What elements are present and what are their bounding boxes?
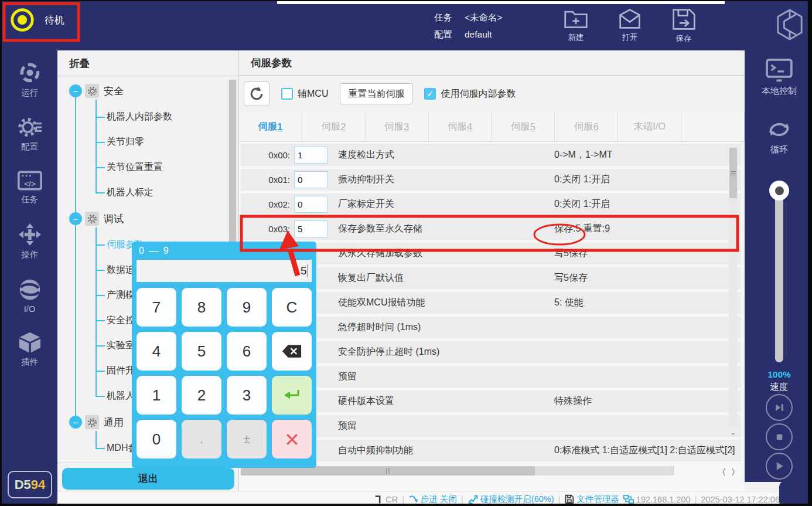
tab-servo-7[interactable]: 末端I/O (618, 112, 681, 141)
exit-button[interactable]: 退出 (62, 468, 234, 490)
sidebar-item-plugin[interactable]: 插件 (18, 331, 42, 368)
aux-mcu-checkbox[interactable]: 辅MCU (281, 88, 328, 100)
sidebar-item-run[interactable]: 运行 (18, 61, 42, 99)
sidebar-item-io[interactable]: I/O (18, 278, 42, 314)
sidebar-item-label: 插件 (21, 356, 38, 368)
keypad-key-2[interactable]: 2 (182, 376, 221, 415)
speed-slider-knob[interactable] (769, 181, 789, 201)
keypad-key-1[interactable]: 1 (137, 376, 176, 415)
badge-part2: 94 (31, 477, 45, 493)
keypad-key-8[interactable]: 8 (182, 288, 221, 327)
new-button[interactable]: 新建 (558, 8, 593, 44)
param-value-input[interactable] (294, 147, 327, 164)
sidebar-item-task[interactable]: </> 任务 (18, 170, 42, 205)
checkbox-unchecked-icon[interactable] (281, 88, 293, 100)
open-label: 打开 (622, 32, 638, 43)
keypad-input[interactable]: 5 (137, 260, 312, 282)
param-name: 使能双MCU报错功能 (338, 297, 425, 309)
keypad-key-0[interactable]: 0 (137, 420, 176, 459)
collapse-minus-icon[interactable]: − (69, 416, 82, 429)
page-title: 伺服参数 (239, 50, 745, 76)
reset-current-servo-button[interactable]: 重置当前伺服 (340, 83, 412, 104)
tab-servo-1[interactable]: 伺服1 (239, 112, 302, 141)
checkbox-checked-icon[interactable]: ✓ (424, 88, 436, 100)
tree-children: 机器人内部参数关节归零关节位置重置机器人标定 (95, 104, 238, 205)
tree-item[interactable]: 关节归零 (95, 130, 238, 155)
stop-button[interactable] (766, 423, 793, 450)
param-row: 0x02: 厂家标定开关 0:关闭 1:开启 (241, 193, 741, 215)
sidebar-item-config[interactable]: 配置 (17, 116, 43, 152)
keypad-key-3[interactable]: 3 (227, 376, 267, 415)
robot-state-button[interactable]: 待机 (9, 6, 64, 33)
backspace-key[interactable] (272, 332, 312, 371)
loop-icon (766, 118, 792, 141)
sidebar-item-jog[interactable]: 操作 (18, 223, 42, 260)
tree-header[interactable]: 折叠 (57, 50, 238, 76)
tree-item[interactable]: 机器人标定 (95, 180, 238, 205)
collision-detect-toggle[interactable]: 碰撞检测开启(60%) (468, 494, 554, 505)
config-value: default (465, 29, 492, 39)
open-button[interactable]: 打开 (612, 8, 647, 44)
tree-item[interactable]: 机器人内部参数 (95, 104, 238, 130)
network-icon (623, 494, 634, 504)
task-label: 任务 (434, 9, 459, 26)
param-name: 自动中频抑制功能 (338, 444, 413, 457)
step-to-end-button[interactable] (766, 394, 793, 421)
scroll-down-arrow[interactable]: ⌄ (729, 444, 738, 456)
use-internal-params-checkbox[interactable]: ✓ 使用伺服内部参数 (424, 88, 516, 100)
topbar-actions: 新建 打开 保存 (558, 8, 701, 44)
tree-item[interactable]: 关节位置重置 (95, 155, 238, 180)
param-value-input[interactable] (294, 196, 327, 213)
tree-item-label: 机器人内部参数 (107, 111, 172, 123)
screen-artifact (277, 1, 725, 4)
tab-label: 伺服 (258, 120, 277, 133)
scroll-left-arrow[interactable]: 〈 (718, 467, 726, 478)
param-value-input[interactable] (294, 171, 327, 188)
enter-key[interactable] (272, 376, 312, 415)
local-control-button[interactable]: 本地控制 (745, 59, 812, 97)
param-desc: 0:关闭 1:开启 (554, 198, 610, 210)
tree-node[interactable]: − 安全 (57, 77, 238, 104)
close-key[interactable] (272, 420, 312, 459)
tree-item-label: 关节位置重置 (107, 161, 163, 174)
save-button[interactable]: 保存 (666, 8, 701, 44)
tab-servo-4[interactable]: 伺服4 (429, 112, 492, 141)
collapse-minus-icon[interactable]: − (69, 212, 82, 225)
file-manager-button[interactable]: 文件管理器 (564, 494, 619, 505)
tab-servo-3[interactable]: 伺服3 (366, 112, 429, 141)
tree-item-label: 安全控 (107, 314, 135, 327)
tab-accel: 4 (467, 121, 472, 133)
scroll-right-arrow[interactable]: 〉 (731, 467, 739, 478)
play-button[interactable] (766, 453, 793, 480)
keypad-key-9[interactable]: 9 (227, 288, 267, 327)
tab-accel: 1 (277, 121, 282, 133)
param-row: 0x00: 速度检出方式 0->M，1->MT (241, 144, 741, 166)
refresh-button[interactable] (244, 81, 269, 106)
enter-icon (283, 388, 301, 403)
tree-node[interactable]: − 调试 (57, 205, 238, 232)
scroll-up-arrow[interactable]: ⌃ (729, 430, 738, 442)
tree-item-label: 产测模 (107, 289, 135, 301)
keypad-key-6[interactable]: 6 (227, 332, 267, 371)
step-mode-toggle[interactable]: 步进 关闭 (408, 494, 457, 505)
tab-servo-2[interactable]: 伺服2 (302, 112, 366, 141)
speed-slider-track[interactable] (775, 191, 783, 362)
param-address: 0x03: (241, 224, 290, 234)
datetime: 2025-03-12 17:22:06 (701, 495, 780, 504)
collapse-minus-icon[interactable]: − (69, 84, 82, 97)
param-name: 速度检出方式 (338, 149, 394, 161)
param-value-input[interactable] (294, 220, 327, 237)
keypad-key-4[interactable]: 4 (137, 332, 176, 371)
param-desc: 0:关闭 1:开启 (554, 174, 610, 186)
disk-icon (564, 494, 574, 504)
vertical-scrollbar-thumb[interactable] (729, 148, 737, 198)
keypad-key-5[interactable]: 5 (182, 332, 221, 371)
sidebar-item-label: 配置 (21, 141, 38, 152)
clear-key[interactable]: C (272, 288, 312, 327)
table-vertical-scrollbar[interactable] (729, 147, 738, 427)
loop-mode-button[interactable]: 循环 (745, 118, 812, 155)
robot-state-label: 待机 (45, 13, 64, 27)
tab-servo-5[interactable]: 伺服5 (492, 112, 555, 141)
keypad-key-7[interactable]: 7 (137, 288, 176, 327)
tab-servo-6[interactable]: 伺服6 (555, 112, 618, 141)
